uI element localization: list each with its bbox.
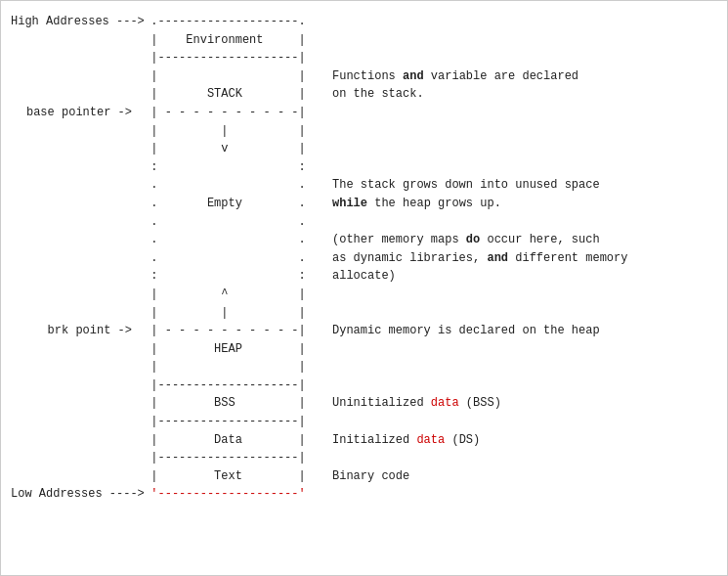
description: allocate) <box>319 267 717 286</box>
table-row: | v | <box>11 140 717 158</box>
description: while the heap grows up. <box>319 195 717 213</box>
ascii-art: | - - - - - - - - - -| <box>138 104 319 122</box>
ascii-art: | | <box>138 67 319 86</box>
ascii-art: : : <box>138 158 319 177</box>
table-row: |--------------------| <box>11 49 717 67</box>
table-row: | HEAP | <box>11 340 717 359</box>
ascii-art: . . <box>138 213 319 232</box>
ascii-art: | | <box>138 358 319 377</box>
ascii-art: . . <box>138 249 319 268</box>
description: Functions and variable are declared <box>319 67 717 86</box>
table-row: Low Addresses ---->'--------------------… <box>11 485 717 504</box>
table-row: . . <box>11 213 717 232</box>
ascii-art: |--------------------| <box>138 413 319 431</box>
ascii-art: : : <box>138 267 319 286</box>
table-row: | BSS |Uninitialized data (BSS) <box>11 394 717 413</box>
ascii-art: |--------------------| <box>138 49 319 67</box>
left-label: brk point -> <box>11 322 138 340</box>
table-row: |--------------------| <box>11 413 717 431</box>
table-row: | Data |Initialized data (DS) <box>11 431 717 450</box>
description: as dynamic libraries, and different memo… <box>319 249 717 268</box>
ascii-art: | - - - - - - - - - -| <box>138 322 319 340</box>
ascii-art: |--------------------| <box>138 449 319 467</box>
table-row: . Empty .while the heap grows up. <box>11 195 717 213</box>
ascii-art: | STACK | <box>138 85 319 104</box>
table-row: | |Functions and variable are declared <box>11 67 717 86</box>
ascii-art: | HEAP | <box>138 340 319 359</box>
table-row: . .The stack grows down into unused spac… <box>11 176 717 195</box>
table-row: | ^ | <box>11 286 717 304</box>
ascii-art: .--------------------. <box>138 13 319 31</box>
ascii-art: | ^ | <box>138 286 319 304</box>
ascii-art: | Data | <box>138 431 319 450</box>
table-row: | | | <box>11 122 717 141</box>
table-row: . .(other memory maps do occur here, suc… <box>11 231 717 249</box>
table-row: . . as dynamic libraries, and different … <box>11 249 717 268</box>
description: Initialized data (DS) <box>319 431 717 450</box>
table-row: : : allocate) <box>11 267 717 286</box>
description: Binary code <box>319 467 717 486</box>
description: Uninitialized data (BSS) <box>319 394 717 413</box>
table-row: | | <box>11 358 717 377</box>
table-row: | Text |Binary code <box>11 467 717 486</box>
ascii-art: | Text | <box>138 467 319 486</box>
table-row: High Addresses --->.--------------------… <box>11 13 717 31</box>
main-container: High Addresses --->.--------------------… <box>0 0 728 576</box>
ascii-art: |--------------------| <box>138 377 319 395</box>
description: Dynamic memory is declared on the heap <box>319 322 717 340</box>
table-row: |--------------------| <box>11 377 717 395</box>
description: The stack grows down into unused space <box>319 176 717 195</box>
table-row: |--------------------| <box>11 449 717 467</box>
description: on the stack. <box>319 85 717 104</box>
ascii-art: | | | <box>138 122 319 141</box>
ascii-art: | | | <box>138 304 319 323</box>
ascii-art: '--------------------' <box>138 485 319 504</box>
ascii-art: . . <box>138 176 319 195</box>
table-row: | STACK |on the stack. <box>11 85 717 104</box>
ascii-art: | v | <box>138 140 319 158</box>
left-label: base pointer -> <box>11 104 138 122</box>
ascii-art: . Empty . <box>138 195 319 213</box>
left-label: High Addresses ---> <box>11 13 138 31</box>
memory-diagram: High Addresses --->.--------------------… <box>11 13 717 504</box>
ascii-art: | BSS | <box>138 394 319 413</box>
description: (other memory maps do occur here, such <box>319 231 717 249</box>
ascii-art: | Environment | <box>138 31 319 50</box>
left-label: Low Addresses ----> <box>11 485 138 504</box>
table-row: | Environment | <box>11 31 717 50</box>
ascii-art: . . <box>138 231 319 249</box>
table-row: : : <box>11 158 717 177</box>
table-row: | | | <box>11 304 717 323</box>
table-row: brk point ->| - - - - - - - - - -|Dynami… <box>11 322 717 340</box>
table-row: base pointer ->| - - - - - - - - - -| <box>11 104 717 122</box>
